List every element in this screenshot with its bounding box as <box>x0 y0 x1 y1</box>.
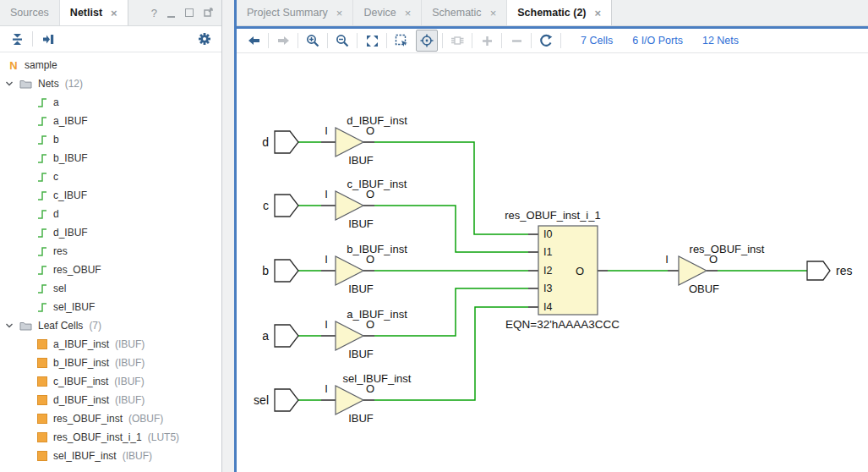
zoom-in-icon[interactable] <box>303 30 323 51</box>
cell-d_IBUF_inst[interactable] <box>336 128 363 156</box>
tab-label: Project Summary <box>247 7 328 19</box>
net-icon <box>37 153 47 163</box>
schematic-canvas[interactable]: d d_IBUF_inst I O IBUF c c_IBUF_inst I O… <box>237 53 868 472</box>
expand-connections-icon[interactable] <box>447 30 467 51</box>
regenerate-icon[interactable] <box>536 30 556 51</box>
minimize-icon[interactable] <box>167 8 175 18</box>
port-label-res: res <box>836 265 852 277</box>
tree-net-b[interactable]: b <box>0 130 221 149</box>
tree-cell-res_OBUF_inst[interactable]: res_OBUF_inst(OBUF) <box>0 409 221 428</box>
zoom-fit-icon[interactable] <box>362 30 382 51</box>
tree-net-d[interactable]: d <box>0 205 221 223</box>
settings-icon[interactable] <box>194 29 215 49</box>
port-b[interactable] <box>275 260 298 282</box>
help-icon[interactable]: ? <box>151 7 157 19</box>
close-icon[interactable]: × <box>595 7 602 19</box>
tree-net-res_OBUF[interactable]: res_OBUF <box>0 261 221 279</box>
stat-nets[interactable]: 12 Nets <box>702 35 739 47</box>
zoom-selection-icon[interactable] <box>391 30 412 51</box>
tab-label: Schematic <box>432 7 481 19</box>
tree-net-sel[interactable]: sel <box>0 279 221 298</box>
cell-type: (OBUF) <box>128 413 163 425</box>
tree-net-c[interactable]: c <box>0 167 221 186</box>
tree-cell-b_IBUF_inst[interactable]: b_IBUF_inst(IBUF) <box>0 354 221 372</box>
tree-net-sel_IBUF[interactable]: sel_IBUF <box>0 298 221 316</box>
chevron-down-icon[interactable] <box>5 321 14 330</box>
float-icon[interactable] <box>204 7 213 19</box>
net-icon <box>37 190 47 200</box>
forward-icon[interactable] <box>273 30 293 51</box>
close-icon[interactable]: × <box>405 7 412 19</box>
tab-schematic[interactable]: Schematic × <box>422 0 507 25</box>
lut-pin-i4: I4 <box>543 302 552 313</box>
tree-cell-a_IBUF_inst[interactable]: a_IBUF_inst(IBUF) <box>0 335 221 354</box>
cell-c_IBUF_inst[interactable] <box>336 191 363 220</box>
cell-label: res_OBUF_inst <box>53 413 123 425</box>
tree-net-d_IBUF[interactable]: d_IBUF <box>0 223 221 242</box>
cell-label: d_IBUF_inst <box>53 394 109 406</box>
tab-sources[interactable]: Sources <box>0 0 60 25</box>
cell-label: sel_IBUF_inst <box>53 450 117 462</box>
netlist-panel: Sources Netlist × ? N sample <box>0 0 222 472</box>
tree-root[interactable]: N sample <box>0 56 221 74</box>
ref-label: IBUF <box>327 155 395 166</box>
maximize-icon[interactable] <box>185 8 194 17</box>
close-icon[interactable]: × <box>490 7 497 19</box>
port-label-b: b <box>237 265 269 277</box>
tab-netlist[interactable]: Netlist × <box>60 0 128 25</box>
tree-cell-sel_IBUF_inst[interactable]: sel_IBUF_inst(IBUF) <box>0 447 221 465</box>
tree-root-label: sample <box>25 59 57 71</box>
tree-net-res[interactable]: res <box>0 242 221 261</box>
tree-net-a[interactable]: a <box>0 93 221 112</box>
cell-icon <box>37 339 47 349</box>
lut-instance-label: res_OBUF_inst_i_1 <box>477 210 629 221</box>
port-label-a: a <box>237 330 269 342</box>
show-in-hierarchy-icon[interactable] <box>38 29 58 49</box>
cell-b_IBUF_inst[interactable] <box>336 256 363 285</box>
autofit-selection-icon[interactable] <box>416 30 438 52</box>
tab-project-summary[interactable]: Project Summary × <box>237 0 353 25</box>
tree-cell-d_IBUF_inst[interactable]: d_IBUF_inst(IBUF) <box>0 391 221 409</box>
cell-a_IBUF_inst[interactable] <box>336 321 363 350</box>
tree-folder-nets[interactable]: Nets (12) <box>0 74 221 93</box>
port-res[interactable] <box>807 261 830 280</box>
lut-equation: EQN=32'hAAAA3CCC <box>505 319 620 331</box>
tab-device[interactable]: Device × <box>353 0 422 25</box>
port-c[interactable] <box>275 195 298 217</box>
tree-cell-c_IBUF_inst[interactable]: c_IBUF_inst(IBUF) <box>0 372 221 391</box>
pin-label-i: I <box>319 319 333 330</box>
tree-net-b_IBUF[interactable]: b_IBUF <box>0 149 221 167</box>
net-icon <box>37 228 47 238</box>
tab-schematic-2[interactable]: Schematic (2) × <box>507 0 612 25</box>
net-icon <box>37 134 47 145</box>
pin-label-i: I <box>319 125 333 136</box>
pin-label-o: O <box>363 125 377 136</box>
cell-label: a_IBUF_inst <box>53 338 109 350</box>
zoom-out-icon[interactable] <box>332 30 352 51</box>
stat-io-ports[interactable]: 6 I/O Ports <box>632 35 683 47</box>
stat-cells[interactable]: 7 Cells <box>581 35 613 47</box>
pin-label-o: O <box>363 319 377 330</box>
cell-sel_IBUF_inst[interactable] <box>336 386 363 414</box>
net-label: a <box>53 96 59 108</box>
netlist-tree: N sample Nets (12) a a_IBUF b b_IBUF c c… <box>0 52 221 472</box>
chevron-down-icon[interactable] <box>5 80 14 88</box>
remove-icon[interactable] <box>506 30 527 51</box>
port-sel[interactable] <box>275 389 298 411</box>
net-label: c_IBUF <box>53 189 87 201</box>
cell-icon <box>37 432 47 442</box>
cell-res_OBUF_inst[interactable] <box>679 256 707 285</box>
tree-net-a_IBUF[interactable]: a_IBUF <box>0 112 221 130</box>
tree-folder-leaf-cells[interactable]: Leaf Cells (7) <box>0 316 221 335</box>
tree-cell-res_OBUF_inst_i_1[interactable]: res_OBUF_inst_i_1(LUT5) <box>0 428 221 447</box>
tree-net-c_IBUF[interactable]: c_IBUF <box>0 186 221 205</box>
port-a[interactable] <box>275 325 298 347</box>
port-d[interactable] <box>275 131 298 153</box>
close-icon[interactable]: × <box>111 7 117 19</box>
add-icon[interactable] <box>477 30 497 51</box>
cell-type: (IBUF) <box>114 376 144 387</box>
collapse-all-icon[interactable] <box>7 29 27 49</box>
close-icon[interactable]: × <box>336 7 343 19</box>
back-icon[interactable] <box>243 30 264 51</box>
cell-type: (IBUF) <box>123 450 152 462</box>
